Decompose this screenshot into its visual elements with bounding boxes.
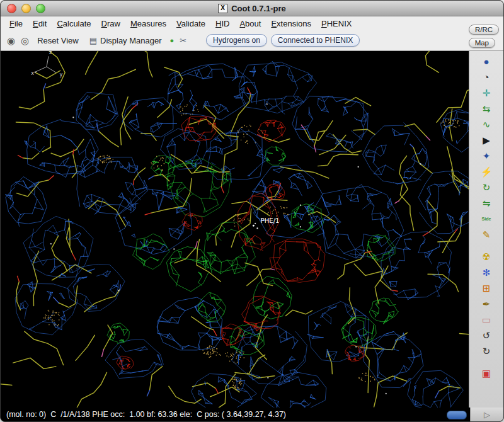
atoms-icon[interactable]: ✻ [479,265,494,280]
toolbar-pills: Hydrogens on Connected to PHENIX [206,34,360,47]
regularize-icon[interactable]: ∿ [479,117,494,132]
spin-view-icon[interactable]: ◉ [7,36,15,45]
menu-extensions[interactable]: Extensions [266,18,316,30]
window-title: X Coot 0.7.1-pre [218,4,286,13]
svg-text:y: y [60,71,63,77]
menu-about[interactable]: About [234,18,266,30]
rotamer-icon[interactable]: ↻ [479,180,494,195]
brush-icon[interactable]: ✒ [479,296,494,312]
model-sticks-layer [1,51,469,408]
map-button[interactable]: Map [469,38,495,48]
menu-hid[interactable]: HID [210,18,234,30]
menu-phenix[interactable]: PHENIX [316,18,357,30]
right-toolbar: ●◔✛⇆∿▶✦⚡↻⇋Side✎☢✻⊞✒▭↺↻▣ [469,51,503,408]
play-icon[interactable]: ▶ [479,132,494,148]
dot-surface-layer [43,105,460,391]
close-button[interactable] [7,4,16,13]
axes-indicator: xyz [31,51,62,77]
menu-validate[interactable]: Validate [171,18,210,30]
svg-text:x: x [31,70,34,76]
menu-bar: FileEditCalculateDrawMeasuresValidateHID… [1,16,503,30]
redo-icon[interactable]: ↻ [479,343,494,359]
molecular-scene[interactable]: xyz PHE/1 [1,51,469,408]
side-chain-icon[interactable]: Side [479,211,494,227]
atom-label: PHE/1 [261,217,280,224]
status-bar: (mol. no: 0) C /1/A/138 PHE occ: 1.00 bf… [1,408,503,421]
window-controls [7,4,45,13]
phenix-connection-button[interactable]: Connected to PHENIX [271,34,360,47]
main-area: xyz PHE/1 ●◔✛⇆∿▶✦⚡↻⇋Side✎☢✻⊞✒▭↺↻▣ [1,51,503,408]
hydrogens-toggle-button[interactable]: Hydrogens on [206,34,267,47]
molecular-viewport[interactable]: xyz PHE/1 [1,51,469,408]
resize-grip[interactable]: ▷ [470,408,503,421]
menu-calculate[interactable]: Calculate [52,18,96,30]
pepflip-icon[interactable]: ⇋ [479,195,494,211]
menu-draw[interactable]: Draw [96,18,125,30]
undo-icon[interactable]: ↺ [479,328,494,343]
connect-led-icon[interactable]: ● [170,37,175,44]
display-manager-button[interactable]: ▤ Display Manager [87,35,164,47]
window-title-text: Coot 0.7.1-pre [231,4,286,13]
mutate-icon[interactable]: ✎ [479,227,494,242]
display-manager-icon: ▤ [89,37,97,45]
reset-view-button[interactable]: Reset View [35,35,81,47]
add-residue-icon[interactable]: ⊞ [479,280,494,296]
display-manager-label: Display Manager [100,36,162,45]
sphere-icon[interactable]: ● [479,54,494,69]
radiation-icon[interactable]: ☢ [479,249,494,265]
refine-icon[interactable]: ⇆ [479,101,494,117]
menu-edit[interactable]: Edit [28,18,52,30]
coot-window: X Coot 0.7.1-pre FileEditCalculateDrawMe… [0,0,504,422]
x11-app-icon: X [218,4,227,13]
eraser-icon[interactable]: ▭ [479,312,494,328]
menu-file[interactable]: File [4,18,28,30]
status-slider[interactable] [447,411,467,419]
terminal-residue-icon[interactable]: ⚡ [479,164,494,180]
svg-text:z: z [49,51,52,55]
main-toolbar: ◉ ◎ Reset View ▤ Display Manager ● ✂ Hyd… [1,30,503,51]
status-text: (mol. no: 0) C /1/A/138 PHE occ: 1.00 bf… [1,408,447,421]
grip-play-icon: ▷ [484,410,490,419]
density-mesh-layer [6,62,469,408]
menu-measures[interactable]: Measures [125,18,171,30]
auto-fit-icon[interactable]: ✦ [479,148,494,164]
corner-buttons: R/RC Map [469,25,499,48]
record-view-icon[interactable]: ◎ [21,36,29,45]
title-bar[interactable]: X Coot 0.7.1-pre [1,1,503,16]
reset-view-label: Reset View [37,36,79,45]
minimize-button[interactable] [21,4,31,13]
pan-mode-icon[interactable]: ✛ [479,85,494,101]
scissors-icon[interactable]: ✂ [180,37,186,45]
rrc-button[interactable]: R/RC [469,25,499,35]
zoom-button[interactable] [36,4,45,13]
screenshot-icon[interactable]: ▣ [479,365,494,381]
clock-icon[interactable]: ◔ [479,69,494,85]
